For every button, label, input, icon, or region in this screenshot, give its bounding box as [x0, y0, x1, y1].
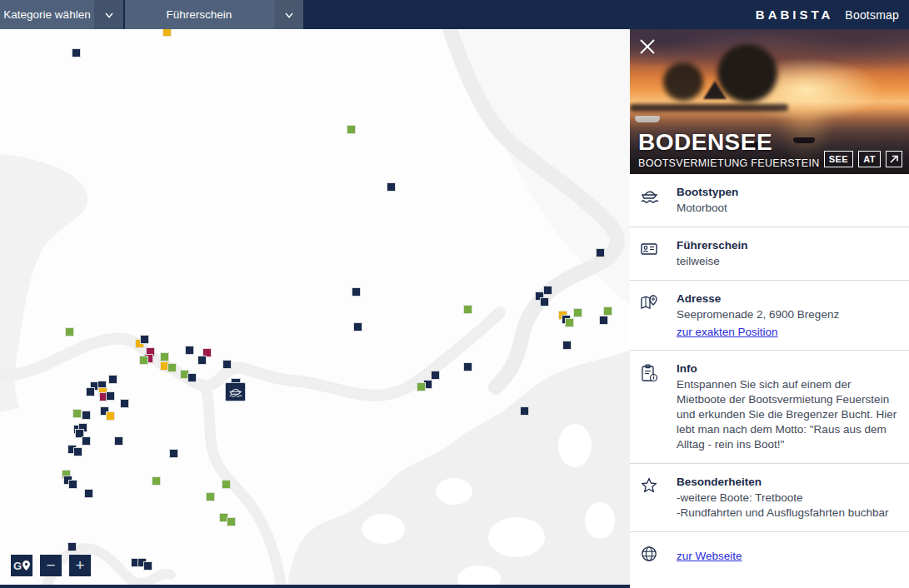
- section-value: Motorboot: [677, 201, 738, 216]
- badge-country: AT: [858, 151, 881, 167]
- map-marker-green[interactable]: [463, 305, 472, 314]
- section-webseite: zur Webseite: [630, 532, 909, 577]
- map-marker-navy[interactable]: [114, 436, 123, 446]
- map-marker-navy[interactable]: [387, 182, 396, 192]
- detail-panel: BODENSEE BOOTSVERMIETUNG FEUERSTEIN SEE …: [630, 29, 909, 588]
- map-marker-navy[interactable]: [140, 335, 149, 344]
- map-marker-green[interactable]: [152, 476, 161, 486]
- map-marker-navy[interactable]: [543, 286, 552, 295]
- map-borders-decor: [0, 29, 630, 588]
- map-marker-green[interactable]: [139, 356, 148, 365]
- section-bootstypen: Bootstypen Motorboot: [630, 174, 909, 227]
- brand-area: BABISTA Bootsmap: [756, 0, 909, 29]
- star-icon: [640, 476, 663, 521]
- location-title: BODENSEE: [638, 129, 820, 156]
- section-value: Entspannen Sie sich auf einem der Mietbo…: [677, 377, 899, 452]
- map-marker-yellow[interactable]: [162, 29, 172, 37]
- map-marker-navy[interactable]: [120, 399, 129, 408]
- location-photo: BODENSEE BOOTSVERMIETUNG FEUERSTEIN SEE …: [630, 29, 909, 174]
- map-marker-green[interactable]: [167, 363, 177, 372]
- section-adresse: Adresse Seepromenade 2, 6900 Bregenz zur…: [630, 281, 909, 351]
- badge-see: SEE: [824, 151, 854, 167]
- map-bottom-bar: [0, 585, 630, 588]
- category-dropdown[interactable]: Kategorie wählen: [0, 0, 123, 29]
- map-marker-navy[interactable]: [82, 436, 91, 446]
- section-title: Info: [677, 362, 899, 375]
- badges: SEE AT: [824, 151, 902, 167]
- map-marker-navy[interactable]: [353, 322, 362, 331]
- map-marker-navy[interactable]: [540, 297, 549, 306]
- map-marker-navy[interactable]: [599, 316, 608, 325]
- google-maps-button[interactable]: G: [11, 555, 32, 576]
- globe-icon: [640, 544, 663, 566]
- section-title: Führerschein: [677, 239, 748, 252]
- chevron-down-icon[interactable]: [273, 0, 303, 29]
- location-pin-icon: [22, 561, 30, 571]
- map-marker-green[interactable]: [160, 352, 169, 361]
- map-marker-green[interactable]: [603, 306, 612, 316]
- boat-icon[interactable]: [225, 382, 246, 401]
- location-subtitle: BOOTSVERMIETUNG FEUERSTEIN: [638, 157, 820, 169]
- map-canvas[interactable]: G − +: [0, 29, 630, 588]
- zoom-out-button[interactable]: −: [40, 555, 62, 576]
- map-marker-navy[interactable]: [68, 480, 77, 489]
- map-marker-navy[interactable]: [197, 356, 207, 365]
- map-pin-icon: [640, 292, 663, 339]
- map-marker-green[interactable]: [347, 125, 356, 134]
- license-dropdown[interactable]: Führerschein: [123, 0, 303, 29]
- map-marker-navy[interactable]: [67, 542, 77, 551]
- clipboard-info-icon: [640, 362, 663, 452]
- map-marker-navy[interactable]: [352, 287, 361, 296]
- map-marker-green[interactable]: [565, 318, 574, 327]
- website-link[interactable]: zur Webseite: [677, 550, 742, 562]
- map-marker-green[interactable]: [417, 382, 426, 391]
- map-marker-navy[interactable]: [73, 447, 82, 456]
- map-marker-navy[interactable]: [187, 373, 197, 382]
- map-marker-yellow[interactable]: [106, 411, 115, 421]
- selected-marker[interactable]: [225, 378, 246, 401]
- detail-sections: Bootstypen Motorboot Führerschein teilwe…: [630, 174, 909, 577]
- product-name: Bootsmap: [845, 8, 899, 22]
- zoom-in-button[interactable]: +: [69, 555, 91, 576]
- section-value: teilweise: [677, 254, 748, 269]
- section-title: Adresse: [677, 292, 839, 305]
- map-controls: G − +: [11, 555, 91, 576]
- map-marker-navy[interactable]: [185, 346, 194, 355]
- map-marker-green[interactable]: [72, 409, 82, 418]
- map-marker-navy[interactable]: [72, 48, 81, 57]
- map-marker-navy[interactable]: [222, 360, 232, 369]
- google-g-label: G: [13, 560, 22, 572]
- expand-icon[interactable]: [886, 151, 902, 167]
- map-marker-navy[interactable]: [463, 362, 472, 371]
- map-marker-navy[interactable]: [82, 411, 91, 420]
- chevron-down-icon[interactable]: [94, 0, 123, 29]
- section-title: Bootstypen: [677, 186, 738, 198]
- section-value: -weitere Boote: Tretboote -Rundfahrten u…: [677, 491, 888, 521]
- map-marker-green[interactable]: [227, 517, 236, 526]
- map-marker-navy[interactable]: [562, 341, 572, 350]
- motorboat-icon: [640, 186, 663, 216]
- map-marker-navy[interactable]: [143, 561, 152, 571]
- map-marker-navy[interactable]: [86, 387, 95, 396]
- map-marker-navy[interactable]: [106, 391, 115, 401]
- section-info: Info Entspannen Sie sich auf einem der M…: [630, 351, 909, 464]
- location-heading: BODENSEE BOOTSVERMIETUNG FEUERSTEIN: [638, 129, 820, 169]
- map-marker-green[interactable]: [573, 308, 582, 317]
- map-marker-navy[interactable]: [520, 406, 529, 416]
- close-icon[interactable]: [638, 37, 657, 56]
- map-marker-navy[interactable]: [108, 375, 117, 384]
- map-marker-navy[interactable]: [84, 489, 93, 498]
- map-marker-green[interactable]: [65, 327, 74, 336]
- section-title: Besonderheiten: [677, 476, 888, 488]
- map-marker-navy[interactable]: [431, 371, 440, 380]
- map-marker-navy[interactable]: [169, 449, 178, 458]
- category-dropdown-label[interactable]: Kategorie wählen: [0, 0, 94, 29]
- license-dropdown-label[interactable]: Führerschein: [125, 0, 273, 29]
- section-besonderheiten: Besonderheiten -weitere Boote: Tretboote…: [630, 464, 909, 532]
- map-marker-green[interactable]: [206, 492, 215, 501]
- map-marker-green[interactable]: [222, 480, 231, 489]
- top-bar: Kategorie wählen Führerschein BABISTA Bo…: [0, 0, 909, 29]
- exact-position-link[interactable]: zur exakten Position: [677, 326, 778, 338]
- map-marker-navy[interactable]: [596, 248, 605, 257]
- section-value: Seepromenade 2, 6900 Bregenz: [677, 307, 839, 322]
